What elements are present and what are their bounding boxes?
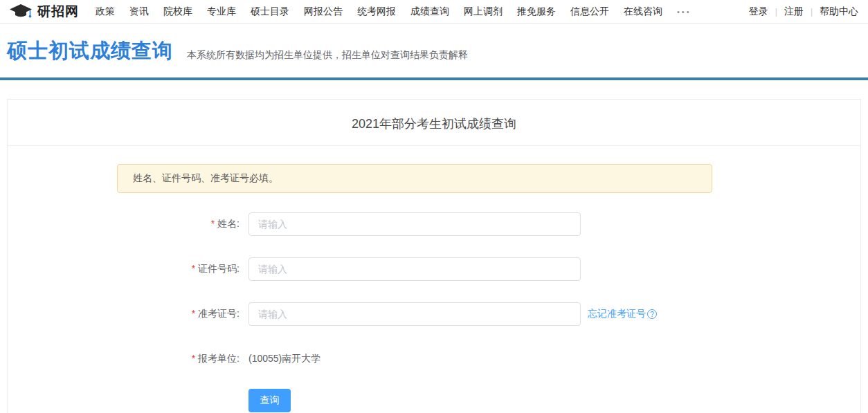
register-link[interactable]: 注册 <box>784 6 804 18</box>
login-link[interactable]: 登录 <box>749 6 768 18</box>
logo-text: 研招网 <box>37 3 79 21</box>
form-row-ticket-number: *准考证号: 忘记准考证号 ? <box>8 302 860 326</box>
form-row-institution: *报考单位: (10055)南开大学 <box>8 347 860 371</box>
name-input[interactable] <box>248 212 581 236</box>
nav-item-master-catalog[interactable]: 硕士目录 <box>251 6 289 18</box>
help-center-link[interactable]: 帮助中心 <box>820 6 858 18</box>
alert-text: 姓名、证件号码、准考证号必填。 <box>133 172 278 183</box>
ticket-number-label-text: 准考证号: <box>198 308 239 319</box>
site-logo[interactable]: 研招网 <box>8 3 79 21</box>
page-header: 硕士初试成绩查询 本系统所有数据均为招生单位提供，招生单位对查询结果负责解释 <box>0 24 868 77</box>
nav-item-score-query[interactable]: 成绩查询 <box>410 6 449 18</box>
nav-item-majors[interactable]: 专业库 <box>207 6 236 18</box>
submit-row: 查询 <box>248 389 860 412</box>
required-asterisk: * <box>192 263 195 274</box>
required-asterisk: * <box>211 218 215 229</box>
institution-value: (10055)南开大学 <box>248 353 320 365</box>
nav-item-online-consult[interactable]: 在线咨询 <box>624 6 662 18</box>
required-asterisk: * <box>192 353 195 364</box>
nav-item-unified-application[interactable]: 统考网报 <box>357 6 396 18</box>
id-number-label-text: 证件号码: <box>198 263 239 274</box>
required-asterisk: * <box>192 308 195 319</box>
form-row-id-number: *证件号码: <box>8 257 860 281</box>
page-subtitle: 本系统所有数据均为招生单位提供，招生单位对查询结果负责解释 <box>187 49 468 62</box>
separator: | <box>775 7 777 17</box>
id-number-input[interactable] <box>248 257 581 281</box>
name-label: *姓名: <box>8 218 239 230</box>
nav-item-info-disclosure[interactable]: 信息公开 <box>570 6 609 18</box>
query-card: 2021年部分考生初试成绩查询 姓名、证件号码、准考证号必填。 *姓名: *证件… <box>7 99 861 413</box>
account-links: 登录 | 注册 | 帮助中心 <box>749 6 858 18</box>
nav-item-policy[interactable]: 政策 <box>96 6 115 18</box>
nav-item-exemption-service[interactable]: 推免服务 <box>517 6 556 18</box>
separator: | <box>811 7 813 17</box>
nav-item-online-adjustment[interactable]: 网上调剂 <box>464 6 503 18</box>
card-title: 2021年部分考生初试成绩查询 <box>8 100 860 146</box>
score-query-form: *姓名: *证件号码: *准考证号: 忘记准考证号 ? *报考单位: (1 <box>8 212 860 412</box>
forgot-ticket-link-text: 忘记准考证号 <box>588 308 646 320</box>
nav-more-button[interactable]: ••• <box>677 8 691 16</box>
name-label-text: 姓名: <box>217 218 239 229</box>
nav-item-application-notice[interactable]: 网报公告 <box>304 6 343 18</box>
page-title: 硕士初试成绩查询 <box>7 37 173 65</box>
top-navbar: 研招网 政策 资讯 院校库 专业库 硕士目录 网报公告 统考网报 成绩查询 网上… <box>0 0 868 24</box>
nav-item-colleges[interactable]: 院校库 <box>163 6 192 18</box>
nav-menu: 政策 资讯 院校库 专业库 硕士目录 网报公告 统考网报 成绩查询 网上调剂 推… <box>96 6 749 18</box>
required-fields-alert: 姓名、证件号码、准考证号必填。 <box>117 164 712 193</box>
forgot-ticket-link[interactable]: 忘记准考证号 ? <box>588 308 657 320</box>
query-submit-button[interactable]: 查询 <box>248 389 291 412</box>
nav-item-news[interactable]: 资讯 <box>129 6 149 18</box>
institution-label-text: 报考单位: <box>198 353 239 364</box>
ticket-number-input[interactable] <box>248 302 581 326</box>
question-circle-icon[interactable]: ? <box>647 309 657 319</box>
ticket-number-label: *准考证号: <box>8 308 239 320</box>
institution-label: *报考单位: <box>8 353 239 365</box>
graduation-cap-icon <box>8 3 33 19</box>
header-divider-bar <box>0 77 868 80</box>
form-row-name: *姓名: <box>8 212 860 236</box>
id-number-label: *证件号码: <box>8 263 239 275</box>
